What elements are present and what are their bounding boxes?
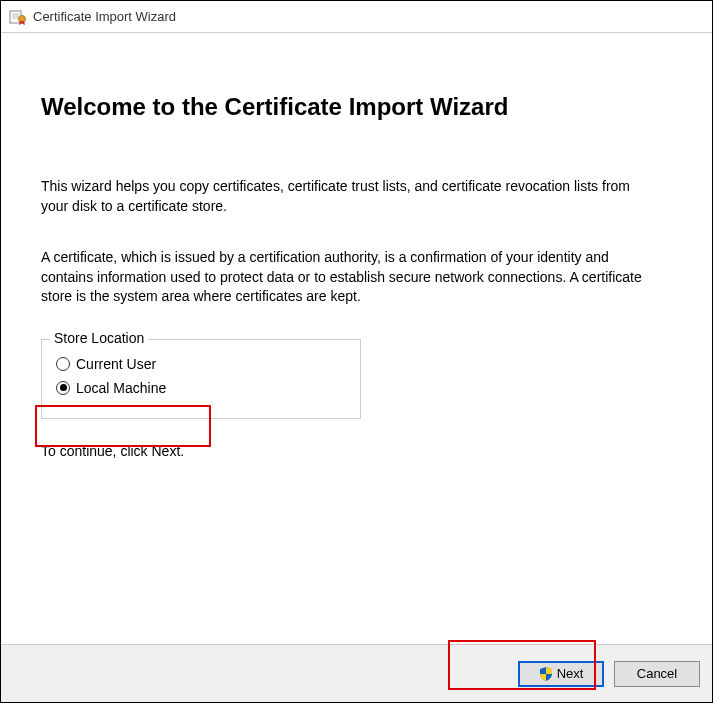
cancel-button[interactable]: Cancel: [614, 661, 700, 687]
uac-shield-icon: [539, 667, 553, 681]
certificate-icon: [9, 8, 27, 26]
store-location-legend: Store Location: [50, 330, 148, 346]
radio-icon: [56, 357, 70, 371]
cancel-button-label: Cancel: [637, 666, 677, 681]
radio-label: Current User: [76, 356, 156, 372]
radio-label: Local Machine: [76, 380, 166, 396]
next-button[interactable]: Next: [518, 661, 604, 687]
radio-icon: [56, 381, 70, 395]
radio-local-machine[interactable]: Local Machine: [56, 380, 346, 396]
radio-current-user[interactable]: Current User: [56, 356, 346, 372]
wizard-window: Certificate Import Wizard Welcome to the…: [0, 0, 713, 703]
next-button-label: Next: [557, 666, 584, 681]
titlebar: Certificate Import Wizard: [1, 1, 712, 33]
explain-text: A certificate, which is issued by a cert…: [41, 248, 651, 307]
store-location-fieldset: Store Location Current User Local Machin…: [41, 339, 361, 419]
page-heading: Welcome to the Certificate Import Wizard: [41, 93, 672, 121]
intro-text: This wizard helps you copy certificates,…: [41, 177, 651, 216]
wizard-footer: Next Cancel: [1, 644, 712, 702]
continue-text: To continue, click Next.: [41, 443, 672, 459]
wizard-content: Welcome to the Certificate Import Wizard…: [1, 33, 712, 499]
window-title: Certificate Import Wizard: [33, 9, 176, 24]
